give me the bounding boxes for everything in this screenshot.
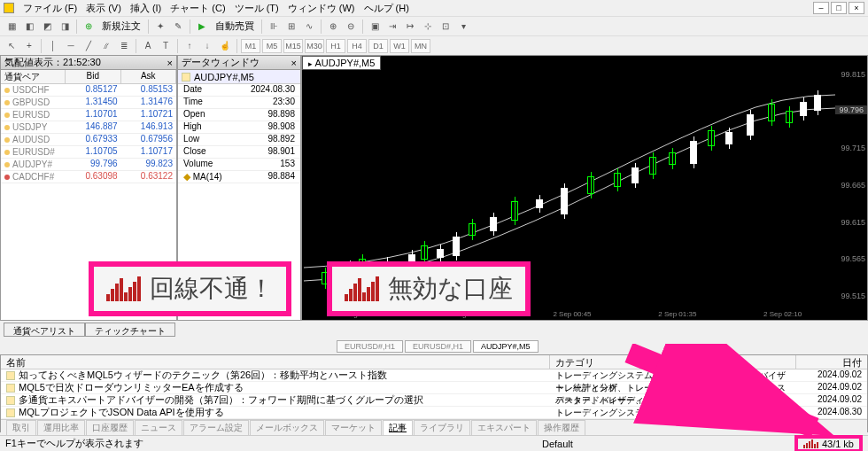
mw-row[interactable]: USDJPY146.887146.913 (1, 121, 176, 134)
mw-row[interactable]: AUDUSD0.679330.67956 (1, 134, 176, 146)
timeframe-h1[interactable]: H1 (326, 39, 345, 53)
chart-scale-label: 99.665 (837, 181, 865, 190)
chart-tab[interactable]: EURUSD#,H1 (405, 340, 471, 353)
maximize-button[interactable]: □ (831, 2, 847, 14)
timeframe-w1[interactable]: W1 (390, 39, 409, 53)
mw-row[interactable]: USDCHF0.851270.85153 (1, 84, 176, 97)
plus-icon[interactable]: ⊕ (81, 19, 97, 35)
chart-scale-label: 99.515 (837, 292, 865, 300)
autotrade-icon[interactable]: ▶ (194, 19, 210, 35)
term-tab[interactable]: ライブラリ (414, 420, 470, 436)
menu-chart[interactable]: チャート (C) (167, 1, 229, 16)
term-tab[interactable]: 取引 (6, 420, 36, 436)
term-tab[interactable]: ニュース (135, 420, 182, 436)
channel-icon[interactable]: ⫽ (98, 38, 114, 54)
close-button[interactable]: × (849, 2, 864, 14)
zoomout-icon[interactable]: ⊖ (343, 19, 359, 35)
autotrade-button[interactable]: 自動売買 (212, 19, 258, 33)
label-icon[interactable]: T (158, 38, 174, 54)
menu-view[interactable]: 表示 (V) (82, 1, 125, 16)
mw-col-symbol[interactable]: 通貨ペア (1, 70, 66, 83)
dw-row: Time23:30 (178, 97, 300, 109)
arrowu-icon[interactable]: ↑ (182, 38, 198, 54)
timeframe-d1[interactable]: D1 (368, 39, 388, 53)
mw-row[interactable]: GBPUSD1.314501.31476 (1, 97, 176, 109)
toolbar-main: ▦ ◧ ◩ ◨ ⊕ 新規注文 ✦ ✎ ▶ 自動売買 ⊪ ⊞ ∿ ⊕ ⊖ ▣ ⇥ … (0, 16, 868, 35)
timeframe-m15[interactable]: M15 (283, 39, 303, 53)
bar-icon[interactable]: ⊪ (266, 19, 282, 35)
nav-icon[interactable]: ◨ (57, 19, 73, 35)
profile-icon[interactable]: ◧ (21, 19, 37, 35)
mw-col-ask[interactable]: Ask (121, 70, 176, 83)
candle (814, 95, 821, 111)
timeframe-m5[interactable]: M5 (262, 39, 282, 53)
term-tab[interactable]: エキスパート (471, 420, 537, 436)
cursor-icon[interactable]: ↖ (4, 38, 19, 54)
candle (437, 249, 444, 258)
minimize-button[interactable]: – (813, 2, 829, 14)
overlay-invalid-account: 無効な口座 (327, 261, 531, 316)
window-icon[interactable]: ▣ (367, 19, 383, 35)
fibo-icon[interactable]: ≣ (116, 38, 132, 54)
hline-icon[interactable]: ─ (63, 38, 79, 54)
dw-row: High98.908 (178, 121, 300, 134)
mw-row[interactable]: EURUSD1.107011.10721 (1, 109, 176, 121)
crosshair-icon[interactable]: + (21, 38, 37, 54)
vline-icon[interactable]: │ (45, 38, 61, 54)
mw-row[interactable]: CADCHF#0.630980.63122 (1, 171, 176, 183)
term-tab[interactable]: メールボックス (250, 420, 324, 436)
menu-insert[interactable]: 挿入 (I) (127, 1, 165, 16)
chart-tab[interactable]: EURUSD#,H1 (337, 340, 403, 353)
menu-window[interactable]: ウィンドウ (W) (284, 1, 359, 16)
wizard-icon[interactable]: ✦ (152, 19, 168, 35)
zoomin-icon[interactable]: ⊕ (325, 19, 341, 35)
term-tab[interactable]: 口座履歴 (86, 420, 134, 436)
file-icon (6, 408, 15, 417)
text-icon[interactable]: A (140, 38, 156, 54)
period-icon[interactable]: ⊡ (438, 19, 453, 35)
term-tab[interactable]: アラーム設定 (183, 420, 249, 436)
candle-icon[interactable]: ⊞ (283, 19, 299, 35)
line-icon[interactable]: ∿ (301, 19, 317, 35)
term-tab[interactable]: 記事 (383, 420, 413, 436)
close-icon[interactable]: × (167, 58, 173, 68)
mw-tab-tick[interactable]: ティックチャート (85, 323, 175, 337)
new-order-button[interactable]: 新規注文 (98, 19, 144, 33)
indicator-icon[interactable]: ⊹ (420, 19, 436, 35)
chart-tab[interactable]: AUDJPY#,M5 (473, 340, 539, 353)
mw-col-bid[interactable]: Bid (66, 70, 120, 83)
market-icon[interactable]: ◩ (39, 19, 55, 35)
timeframe-h4[interactable]: H4 (347, 39, 367, 53)
term-tab[interactable]: 運用比率 (37, 420, 85, 436)
timeframe-mn[interactable]: MN (411, 39, 430, 53)
timeframe-m30[interactable]: M30 (305, 39, 324, 53)
mw-tab-symbols[interactable]: 通貨ペアリスト (4, 323, 85, 337)
status-help: F1キーでヘルプが表示されます (5, 437, 143, 450)
candle (690, 141, 697, 164)
term-col-name[interactable]: 名前 (1, 355, 550, 369)
candle (800, 102, 807, 116)
timeframe-m1[interactable]: M1 (241, 39, 260, 53)
candle (669, 152, 676, 165)
arrowd-icon[interactable]: ↓ (199, 38, 215, 54)
shift-icon[interactable]: ⇥ (384, 19, 400, 35)
app-logo (4, 3, 14, 13)
thumb-icon[interactable]: ☝ (217, 38, 233, 54)
chart-icon[interactable]: ▦ (4, 19, 19, 35)
close-icon[interactable]: × (291, 58, 297, 68)
term-tab[interactable]: 操作履歴 (538, 420, 585, 436)
menu-tools[interactable]: ツール (T) (231, 1, 283, 16)
toolbar-draw: ↖ + │ ─ ╱ ⫽ ≣ A T ↑ ↓ ☝ M1M5M15M30H1H4D1… (0, 35, 868, 55)
mw-row[interactable]: AUDJPY#99.79699.823 (1, 159, 176, 171)
template-icon[interactable]: ▾ (455, 19, 471, 35)
term-tab[interactable]: マーケット (325, 420, 382, 436)
menu-file[interactable]: ファイル (F) (19, 1, 81, 16)
scroll-icon[interactable]: ↦ (402, 19, 418, 35)
menu-help[interactable]: ヘルプ (H) (360, 1, 413, 16)
candle (708, 130, 715, 146)
mw-row[interactable]: EURUSD#1.107051.10717 (1, 146, 176, 159)
chart-scale-label: 99.715 (837, 144, 865, 152)
trendline-icon[interactable]: ╱ (81, 38, 97, 54)
compile-icon[interactable]: ✎ (170, 19, 186, 35)
menu-bar: ファイル (F) 表示 (V) 挿入 (I) チャート (C) ツール (T) … (0, 0, 868, 16)
